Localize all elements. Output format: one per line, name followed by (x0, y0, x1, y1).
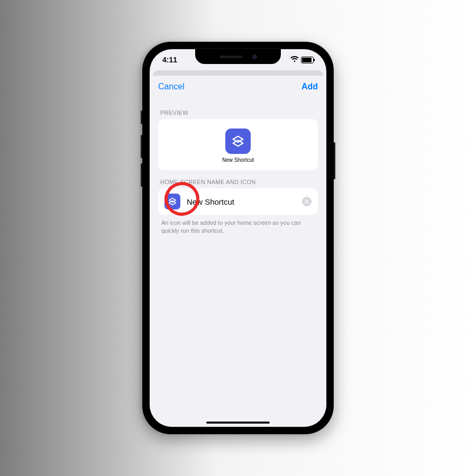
preview-app-name: New Shortcut (222, 157, 254, 163)
battery-icon (301, 57, 314, 63)
home-footer-text: An icon will be added to your home scree… (161, 219, 315, 235)
home-icon-row (158, 188, 318, 215)
page-background: 4:11 Cancel Add PREVIEW (0, 0, 476, 476)
home-indicator[interactable] (206, 422, 270, 424)
modal-navbar: Cancel Add (150, 76, 326, 98)
preview-section-label: PREVIEW (160, 109, 316, 116)
home-section-label: HOME SCREEN NAME AND ICON (160, 179, 316, 185)
front-camera (252, 54, 257, 59)
speaker (219, 56, 243, 58)
side-button (334, 142, 335, 179)
cancel-button[interactable]: Cancel (158, 82, 185, 91)
preview-card: New Shortcut (158, 119, 318, 170)
phone-screen: 4:11 Cancel Add PREVIEW (150, 49, 326, 427)
volume-up-button (141, 135, 142, 158)
mute-switch (141, 111, 142, 124)
shortcut-name-input[interactable] (186, 197, 297, 207)
home-icon-button[interactable] (164, 194, 180, 209)
notch (195, 49, 281, 64)
wifi-icon (290, 56, 299, 64)
add-button[interactable]: Add (301, 82, 318, 91)
shortcut-icon (225, 129, 251, 154)
volume-down-button (141, 163, 142, 187)
modal-sheet: Cancel Add PREVIEW New S (150, 76, 326, 427)
phone-frame: 4:11 Cancel Add PREVIEW (142, 42, 334, 434)
clear-text-button[interactable] (302, 197, 312, 206)
status-time: 4:11 (162, 56, 177, 64)
